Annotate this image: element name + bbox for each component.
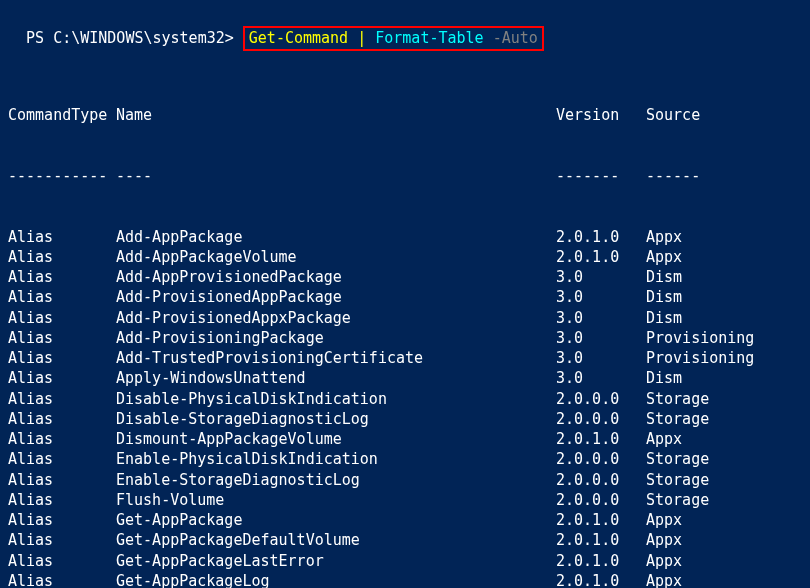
cell-source: Appx <box>646 247 802 267</box>
cell-name: Add-ProvisionedAppxPackage <box>116 308 556 328</box>
cell-version: 2.0.1.0 <box>556 530 646 550</box>
table-rule-row: ----------- ---- ------- ------ <box>8 166 802 186</box>
cell-source: Appx <box>646 227 802 247</box>
table-header-row: CommandType Name Version Source <box>8 105 802 125</box>
cell-commandtype: Alias <box>8 490 116 510</box>
cell-version: 3.0 <box>556 328 646 348</box>
table-row: AliasAdd-AppProvisionedPackage3.0Dism <box>8 267 802 287</box>
cell-version: 3.0 <box>556 348 646 368</box>
cell-source: Dism <box>646 267 802 287</box>
table-row: AliasAdd-TrustedProvisioningCertificate3… <box>8 348 802 368</box>
table-row: AliasGet-AppPackageLog2.0.1.0Appx <box>8 571 802 588</box>
cell-source: Appx <box>646 551 802 571</box>
cell-commandtype: Alias <box>8 287 116 307</box>
cell-version: 2.0.1.0 <box>556 429 646 449</box>
cell-source: Storage <box>646 389 802 409</box>
rule-version: ------- <box>556 166 646 186</box>
cell-name: Add-AppProvisionedPackage <box>116 267 556 287</box>
cell-commandtype: Alias <box>8 389 116 409</box>
cell-version: 3.0 <box>556 267 646 287</box>
cell-name: Get-AppPackage <box>116 510 556 530</box>
cell-version: 3.0 <box>556 368 646 388</box>
cell-version: 3.0 <box>556 308 646 328</box>
rule-commandtype: ----------- <box>8 166 116 186</box>
cell-name: Add-AppPackage <box>116 227 556 247</box>
cell-commandtype: Alias <box>8 551 116 571</box>
cell-commandtype: Alias <box>8 368 116 388</box>
table-row: AliasApply-WindowsUnattend3.0Dism <box>8 368 802 388</box>
cell-name: Apply-WindowsUnattend <box>116 368 556 388</box>
cell-commandtype: Alias <box>8 571 116 588</box>
cell-source: Provisioning <box>646 328 802 348</box>
table-row: AliasEnable-StorageDiagnosticLog2.0.0.0S… <box>8 470 802 490</box>
cell-commandtype: Alias <box>8 409 116 429</box>
cell-commandtype: Alias <box>8 247 116 267</box>
cell-source: Storage <box>646 490 802 510</box>
cell-version: 3.0 <box>556 287 646 307</box>
cell-name: Add-AppPackageVolume <box>116 247 556 267</box>
command-highlight-box: Get-Command | Format-Table -Auto <box>243 26 544 50</box>
table-row: AliasAdd-ProvisionedAppPackage3.0Dism <box>8 287 802 307</box>
cell-source: Provisioning <box>646 348 802 368</box>
cell-version: 2.0.1.0 <box>556 551 646 571</box>
pipe-operator: | <box>357 29 375 47</box>
header-commandtype: CommandType <box>8 105 116 125</box>
cell-version: 2.0.0.0 <box>556 409 646 429</box>
cell-name: Get-AppPackageLog <box>116 571 556 588</box>
cell-commandtype: Alias <box>8 510 116 530</box>
cell-version: 2.0.1.0 <box>556 571 646 588</box>
cell-commandtype: Alias <box>8 470 116 490</box>
command-prompt-line[interactable]: PS C:\WINDOWS\system32> Get-Command | Fo… <box>8 6 802 51</box>
cell-commandtype: Alias <box>8 328 116 348</box>
output-table: CommandType Name Version Source --------… <box>8 65 802 589</box>
command-param-auto: -Auto <box>493 29 538 47</box>
cell-source: Appx <box>646 530 802 550</box>
table-row: AliasDismount-AppPackageVolume2.0.1.0App… <box>8 429 802 449</box>
command-formattable: Format-Table <box>375 29 492 47</box>
cell-version: 2.0.0.0 <box>556 470 646 490</box>
cell-source: Dism <box>646 368 802 388</box>
table-row: AliasFlush-Volume2.0.0.0Storage <box>8 490 802 510</box>
cell-source: Storage <box>646 449 802 469</box>
table-row: AliasGet-AppPackage2.0.1.0Appx <box>8 510 802 530</box>
cell-name: Disable-StorageDiagnosticLog <box>116 409 556 429</box>
cell-version: 2.0.1.0 <box>556 510 646 530</box>
prompt-path: PS C:\WINDOWS\system32> <box>26 29 243 47</box>
table-row: AliasAdd-AppPackage2.0.1.0Appx <box>8 227 802 247</box>
cell-version: 2.0.1.0 <box>556 247 646 267</box>
cell-commandtype: Alias <box>8 308 116 328</box>
header-source: Source <box>646 105 802 125</box>
table-row: AliasDisable-PhysicalDiskIndication2.0.0… <box>8 389 802 409</box>
table-row: AliasAdd-AppPackageVolume2.0.1.0Appx <box>8 247 802 267</box>
cell-name: Dismount-AppPackageVolume <box>116 429 556 449</box>
cell-source: Dism <box>646 287 802 307</box>
cell-name: Enable-PhysicalDiskIndication <box>116 449 556 469</box>
cell-name: Add-ProvisionedAppPackage <box>116 287 556 307</box>
table-row: AliasDisable-StorageDiagnosticLog2.0.0.0… <box>8 409 802 429</box>
cell-source: Dism <box>646 308 802 328</box>
cell-source: Storage <box>646 470 802 490</box>
rule-source: ------ <box>646 166 802 186</box>
cell-name: Get-AppPackageDefaultVolume <box>116 530 556 550</box>
cell-source: Storage <box>646 409 802 429</box>
cell-commandtype: Alias <box>8 267 116 287</box>
command-getcommand: Get-Command <box>249 29 357 47</box>
table-row: AliasGet-AppPackageDefaultVolume2.0.1.0A… <box>8 530 802 550</box>
table-row: AliasAdd-ProvisionedAppxPackage3.0Dism <box>8 308 802 328</box>
cell-name: Add-ProvisioningPackage <box>116 328 556 348</box>
cell-name: Add-TrustedProvisioningCertificate <box>116 348 556 368</box>
cell-source: Appx <box>646 571 802 588</box>
header-version: Version <box>556 105 646 125</box>
cell-commandtype: Alias <box>8 227 116 247</box>
cell-name: Disable-PhysicalDiskIndication <box>116 389 556 409</box>
cell-version: 2.0.0.0 <box>556 389 646 409</box>
cell-version: 2.0.0.0 <box>556 449 646 469</box>
table-row: AliasGet-AppPackageLastError2.0.1.0Appx <box>8 551 802 571</box>
cell-source: Appx <box>646 510 802 530</box>
cell-version: 2.0.1.0 <box>556 227 646 247</box>
rule-name: ---- <box>116 166 556 186</box>
cell-name: Enable-StorageDiagnosticLog <box>116 470 556 490</box>
cell-commandtype: Alias <box>8 429 116 449</box>
cell-source: Appx <box>646 429 802 449</box>
cell-version: 2.0.0.0 <box>556 490 646 510</box>
